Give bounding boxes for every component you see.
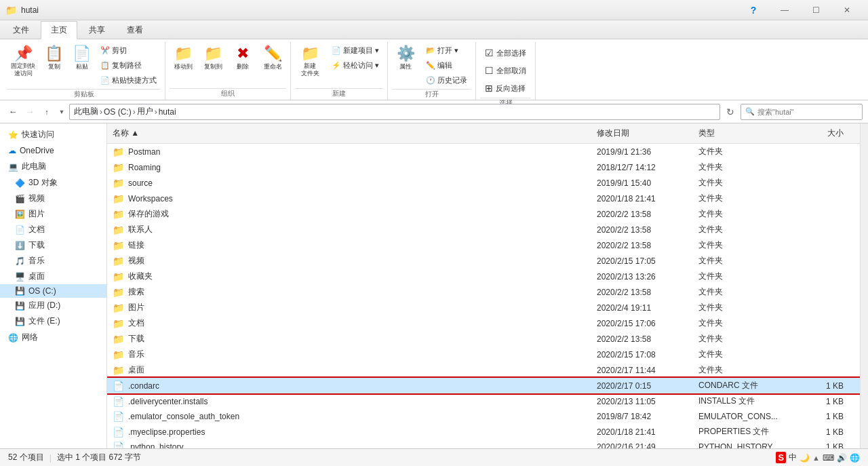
history-icon: 🕐 — [426, 76, 435, 85]
table-row[interactable]: 📁 保存的游戏 2020/2/2 13:58 文件夹 — [107, 206, 860, 222]
table-row[interactable]: 📄 .condarc 2020/2/17 0:15 CONDARC 文件 1 K… — [107, 378, 860, 393]
table-row[interactable]: 📁 Workspaces 2020/1/18 21:41 文件夹 — [107, 191, 860, 206]
path-this-pc[interactable]: 此电脑 — [74, 106, 98, 117]
table-row[interactable]: 📄 .myeclipse.properties 2020/1/18 21:41 … — [107, 424, 860, 440]
col-header-name[interactable]: 名称 ▲ — [113, 126, 597, 140]
tab-file[interactable]: 文件 — [3, 21, 39, 39]
path-os-c[interactable]: OS (C:) — [104, 107, 132, 117]
move-to-button[interactable]: 📁 移动到 — [170, 42, 197, 74]
col-header-size[interactable]: 大小 — [793, 126, 854, 140]
table-row[interactable]: 📁 收藏夹 2020/2/13 13:26 文件夹 — [107, 269, 860, 284]
file-list: 名称 ▲ 修改日期 类型 大小 📁 Postman 2019/9/1 21:36… — [107, 123, 860, 448]
edit-btn[interactable]: ✏️编辑 — [422, 58, 471, 73]
open-btn[interactable]: 📂打开 ▾ — [422, 43, 471, 58]
path-users[interactable]: 用户 — [137, 106, 153, 117]
file-date: 2020/2/17 11:44 — [597, 366, 698, 375]
table-row[interactable]: 📁 链接 2020/2/2 13:58 文件夹 — [107, 237, 860, 253]
table-row[interactable]: 📁 source 2019/9/1 15:40 文件夹 — [107, 175, 860, 191]
back-button[interactable]: ← — [5, 104, 20, 119]
main-content: ⭐ 快速访问 ☁ OneDrive 💻 此电脑 🔷 3D 对象 🎬 视频 🖼️ … — [0, 123, 868, 448]
sidebar-item-quick-access[interactable]: ⭐ 快速访问 — [0, 126, 106, 143]
sidebar-item-onedrive[interactable]: ☁ OneDrive — [0, 143, 106, 158]
copy-button[interactable]: 📋 复制 — [41, 42, 67, 74]
help-button[interactable]: ? — [738, 0, 769, 20]
sidebar-item-3d-objects[interactable]: 🔷 3D 对象 — [0, 175, 106, 191]
table-row[interactable]: 📄 .deliverycenter.installs 2020/2/13 11:… — [107, 393, 860, 409]
path-hutai[interactable]: hutai — [159, 107, 176, 117]
table-row[interactable]: 📁 桌面 2020/2/17 11:44 文件夹 — [107, 362, 860, 378]
copy-path-button[interactable]: 📋复制路径 — [96, 58, 161, 73]
new-item-button[interactable]: 📄新建项目 ▾ — [328, 43, 383, 58]
file-type: 文件夹 — [698, 302, 793, 313]
table-row[interactable]: 📁 Roaming 2018/12/7 14:12 文件夹 — [107, 159, 860, 175]
close-button[interactable]: ✕ — [831, 0, 863, 20]
sidebar-item-documents[interactable]: 📄 文档 — [0, 222, 106, 237]
table-row[interactable]: 📄 .python_history 2020/2/16 21:49 PYTHON… — [107, 440, 860, 448]
pin-button[interactable]: 📌 固定到快速访问 — [7, 42, 39, 80]
select-all-button[interactable]: ☑全部选择 — [480, 45, 531, 61]
sidebar-item-files-e[interactable]: 💾 文件 (E:) — [0, 313, 106, 329]
up-arrow-icon: ▲ — [812, 454, 820, 462]
cut-button[interactable]: ✂️剪切 — [96, 43, 161, 58]
table-row[interactable]: 📁 视频 2020/2/15 17:05 文件夹 — [107, 253, 860, 269]
refresh-button[interactable]: ↻ — [722, 104, 738, 120]
table-row[interactable]: 📁 图片 2020/2/4 19:11 文件夹 — [107, 300, 860, 315]
sidebar-item-os-c[interactable]: 💾 OS (C:) — [0, 284, 106, 298]
file-type: 文件夹 — [698, 349, 793, 360]
delete-icon: ✖ — [237, 45, 249, 62]
properties-button[interactable]: ⚙️ 属性 — [392, 42, 419, 74]
ribbon-group-select: ☑全部选择 ☐全部取消 ⊞反向选择 选择 — [476, 42, 536, 100]
sidebar-item-desktop[interactable]: 🖥️ 桌面 — [0, 269, 106, 284]
paste-button[interactable]: 📄 粘贴 — [68, 42, 95, 74]
sidebar-item-videos[interactable]: 🎬 视频 — [0, 191, 106, 206]
properties-icon: ⚙️ — [397, 45, 415, 62]
file-name: 视频 — [128, 255, 144, 267]
select-none-button[interactable]: ☐全部取消 — [480, 62, 531, 79]
search-input[interactable] — [757, 108, 858, 116]
table-row[interactable]: 📁 搜索 2020/2/2 13:58 文件夹 — [107, 284, 860, 300]
file-date: 2020/2/2 13:58 — [597, 241, 698, 250]
maximize-button[interactable]: ☐ — [800, 0, 831, 20]
file-date: 2020/2/13 11:05 — [597, 397, 698, 406]
minimize-button[interactable]: — — [769, 0, 800, 20]
col-header-type[interactable]: 类型 — [698, 126, 793, 140]
sidebar-item-downloads[interactable]: ⬇️ 下载 — [0, 237, 106, 253]
copy-to-button[interactable]: 📁 复制到 — [199, 42, 226, 74]
search-box[interactable]: 🔍 — [741, 104, 863, 120]
table-row[interactable]: 📁 下载 2020/2/2 13:58 文件夹 — [107, 331, 860, 347]
paste-shortcut-button[interactable]: 📄粘贴快捷方式 — [96, 73, 161, 88]
history-btn[interactable]: 🕐历史记录 — [422, 73, 471, 88]
sidebar-item-network[interactable]: 🌐 网络 — [0, 329, 106, 346]
sidebar-item-images[interactable]: 🖼️ 图片 — [0, 206, 106, 222]
table-row[interactable]: 📁 音乐 2020/2/15 17:08 文件夹 — [107, 347, 860, 362]
new-folder-icon: 📁 — [301, 45, 319, 62]
sidebar-item-music[interactable]: 🎵 音乐 — [0, 253, 106, 269]
table-row[interactable]: 📁 Postman 2019/9/1 21:36 文件夹 — [107, 144, 860, 159]
table-row[interactable]: 📄 .emulator_console_auth_token 2019/8/7 … — [107, 409, 860, 424]
3d-objects-icon: 🔷 — [15, 178, 25, 188]
sidebar-item-this-pc[interactable]: 💻 此电脑 — [0, 158, 106, 175]
col-header-date[interactable]: 修改日期 — [597, 126, 698, 140]
invert-selection-button[interactable]: ⊞反向选择 — [480, 80, 531, 96]
paste-shortcut-icon: 📄 — [100, 76, 110, 85]
table-row[interactable]: 📁 文档 2020/2/15 17:06 文件夹 — [107, 315, 860, 331]
sidebar-item-apps-d[interactable]: 💾 应用 (D:) — [0, 298, 106, 313]
new-folder-button[interactable]: 📁 新建文件夹 — [295, 42, 325, 80]
tab-view[interactable]: 查看 — [117, 21, 153, 39]
easy-access-button[interactable]: ⚡轻松访问 ▾ — [328, 58, 383, 73]
scroll-indicator[interactable] — [860, 123, 868, 448]
select-all-icon: ☑ — [485, 47, 494, 58]
up-button[interactable]: ↑ — [39, 104, 54, 119]
file-date: 2019/9/1 21:36 — [597, 147, 698, 157]
file-type: 文件夹 — [698, 177, 793, 189]
file-name: Workspaces — [128, 194, 173, 203]
delete-button[interactable]: ✖ 删除 — [229, 42, 256, 74]
recent-locations-button[interactable]: ▼ — [56, 104, 67, 119]
tab-home[interactable]: 主页 — [41, 21, 77, 39]
rename-button[interactable]: ✏️ 重命名 — [259, 42, 286, 74]
address-path[interactable]: 此电脑 › OS (C:) › 用户 › hutai — [69, 104, 720, 120]
window-controls: ? — ☐ ✕ — [738, 0, 863, 20]
forward-button[interactable]: → — [22, 104, 37, 119]
table-row[interactable]: 📁 联系人 2020/2/2 13:58 文件夹 — [107, 222, 860, 237]
tab-share[interactable]: 共享 — [79, 21, 115, 39]
